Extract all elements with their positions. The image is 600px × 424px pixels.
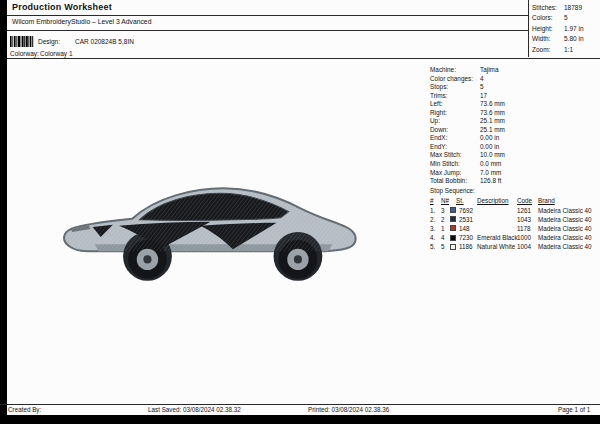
machine-info-value: 0.00 in bbox=[480, 134, 499, 143]
machine-info-label: Up: bbox=[430, 117, 480, 126]
machine-info-value: 4 bbox=[480, 75, 484, 84]
stop-number: 3. bbox=[430, 224, 435, 233]
footer-created-by: Created By: bbox=[8, 406, 41, 413]
page-title: Production Worksheet bbox=[12, 2, 112, 12]
col-header-brand: Brand bbox=[538, 196, 555, 206]
thread-number: 1186 bbox=[459, 242, 473, 251]
stat-label: Zoom: bbox=[532, 45, 564, 55]
stop-number: 2. bbox=[430, 215, 435, 224]
needle-number: 5 bbox=[441, 242, 445, 251]
machine-info-value: 17 bbox=[480, 92, 487, 101]
design-value: CAR 020824B 5,8IN bbox=[75, 38, 134, 45]
thread-color-swatch bbox=[450, 225, 456, 231]
col-header-stitch: St. bbox=[456, 196, 464, 206]
footer-printed: Printed: 03/08/2024 02.38.36 bbox=[308, 406, 389, 413]
machine-info-row: Down:25.1 mm bbox=[430, 126, 600, 135]
machine-info-label: Left: bbox=[430, 100, 480, 109]
stop-number: 1. bbox=[430, 206, 435, 215]
machine-info-value: Tajima bbox=[480, 66, 498, 75]
stat-row: Stitches: 18789 bbox=[532, 3, 600, 13]
design-label: Design: bbox=[38, 38, 60, 45]
divider bbox=[7, 58, 600, 59]
machine-info-row: Max Stitch:10.0 mm bbox=[430, 151, 600, 160]
thread-brand: Madeira Classic 40 bbox=[538, 242, 592, 251]
thread-description: Emerald Black bbox=[477, 233, 518, 242]
thread-brand: Madeira Classic 40 bbox=[538, 233, 592, 242]
machine-info-row: Min Stitch:0.0 mm bbox=[430, 160, 600, 169]
thread-code: 1178 bbox=[517, 224, 531, 233]
machine-info-value: 25.1 mm bbox=[480, 126, 505, 135]
machine-info-value: 0.00 in bbox=[480, 143, 499, 152]
machine-info-row: Color changes:4 bbox=[430, 75, 600, 84]
stop-sequence-row: 1. 3 7692 1261 Madeira Classic 40 bbox=[430, 206, 600, 215]
needle-number: 2 bbox=[441, 215, 445, 224]
machine-info-row: Machine:Tajima bbox=[430, 66, 600, 75]
stat-label: Colors: bbox=[532, 13, 564, 23]
machine-info-label: Total Bobbin: bbox=[430, 177, 480, 186]
left-margin-bar bbox=[0, 0, 7, 424]
thread-color-swatch bbox=[450, 244, 456, 250]
machine-info-row: Total Bobbin:126.8 ft bbox=[430, 177, 600, 186]
col-header-code: Code bbox=[517, 196, 532, 206]
needle-number: 3 bbox=[441, 206, 445, 215]
machine-info-value: 25.1 mm bbox=[480, 117, 505, 126]
machine-info-row: Left:73.6 mm bbox=[430, 100, 600, 109]
stop-sequence-row: 3. 1 148 1178 Madeira Classic 40 bbox=[430, 224, 600, 233]
thread-color-swatch bbox=[450, 207, 456, 213]
thread-color-swatch bbox=[450, 235, 456, 241]
stop-sequence-panel: Stop Sequence: # N# St. Description Code… bbox=[430, 186, 600, 251]
thread-brand: Madeira Classic 40 bbox=[538, 224, 592, 233]
machine-info-row: EndX:0.00 in bbox=[430, 134, 600, 143]
machine-info-row: Trims:17 bbox=[430, 92, 600, 101]
machine-info-label: Down: bbox=[430, 126, 480, 135]
machine-info-value: 0.0 mm bbox=[480, 160, 501, 169]
app-subtitle: Wilcom EmbroideryStudio – Level 3 Advanc… bbox=[12, 18, 151, 25]
stat-label: Height: bbox=[532, 24, 564, 34]
thread-description: Natural White bbox=[477, 242, 515, 251]
needle-number: 4 bbox=[441, 233, 445, 242]
machine-info-label: Max Jump: bbox=[430, 169, 480, 178]
machine-info-row: Up:25.1 mm bbox=[430, 117, 600, 126]
machine-info-value: 73.6 mm bbox=[480, 109, 505, 118]
colorway-value: Colorway 1 bbox=[40, 50, 73, 57]
machine-info-value: 7.0 mm bbox=[480, 169, 501, 178]
stat-row: Zoom: 1:1 bbox=[532, 45, 600, 55]
machine-info-row: Right:73.6 mm bbox=[430, 109, 600, 118]
stop-sequence-header: # N# St. Description Code Brand bbox=[430, 196, 600, 206]
divider bbox=[7, 15, 528, 16]
machine-info-panel: Machine:Tajima Color changes:4 Stops:5 T… bbox=[430, 66, 600, 186]
footer-last-saved: Last Saved: 03/08/2024 02.38.32 bbox=[148, 406, 241, 413]
stop-number: 4. bbox=[430, 233, 435, 242]
machine-info-label: Min Stitch: bbox=[430, 160, 480, 169]
thread-number: 148 bbox=[459, 224, 470, 233]
thread-brand: Madeira Classic 40 bbox=[538, 215, 592, 224]
thread-brand: Madeira Classic 40 bbox=[538, 206, 592, 215]
stat-row: Width: 5.80 in bbox=[532, 34, 600, 44]
thread-code: 1000 bbox=[517, 233, 531, 242]
machine-info-value: 10.0 mm bbox=[480, 151, 505, 160]
machine-info-row: Max Jump:7.0 mm bbox=[430, 169, 600, 178]
stop-number: 5. bbox=[430, 242, 435, 251]
stat-value: 1.97 in bbox=[564, 24, 584, 34]
colorway-label: Colorway: bbox=[10, 50, 39, 57]
stop-sequence-title: Stop Sequence: bbox=[430, 186, 600, 196]
machine-info-value: 73.6 mm bbox=[480, 100, 505, 109]
bottom-margin-bar bbox=[0, 415, 600, 424]
thread-number: 7692 bbox=[459, 206, 473, 215]
stat-value: 18789 bbox=[564, 3, 582, 13]
machine-info-label: EndY: bbox=[430, 143, 480, 152]
stat-label: Width: bbox=[532, 34, 564, 44]
thread-number: 2531 bbox=[459, 215, 473, 224]
machine-info-value: 126.8 ft bbox=[480, 177, 501, 186]
col-header-needle: N# bbox=[441, 196, 449, 206]
machine-info-row: Stops:5 bbox=[430, 83, 600, 92]
thread-code: 1261 bbox=[517, 206, 531, 215]
needle-number: 1 bbox=[441, 224, 445, 233]
thread-number: 7230 bbox=[459, 233, 473, 242]
thread-code: 1004 bbox=[517, 242, 531, 251]
stat-value: 5 bbox=[564, 13, 568, 23]
stat-value: 1:1 bbox=[564, 45, 573, 55]
machine-info-label: Right: bbox=[430, 109, 480, 118]
machine-info-label: Machine: bbox=[430, 66, 480, 75]
car-embroidery-artwork bbox=[58, 178, 363, 290]
